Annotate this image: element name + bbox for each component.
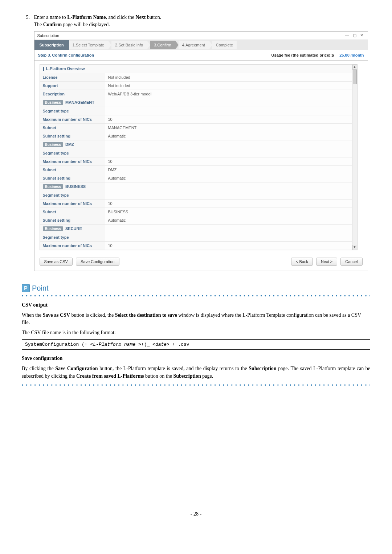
point-icon: P — [22, 284, 30, 292]
vertical-scrollbar[interactable]: ▲ ▼ — [352, 65, 357, 250]
csv-output-heading: CSV output — [22, 302, 370, 308]
segment-header-dmz: BusinessDMZ — [40, 140, 357, 149]
save-configuration-para: By clicking the Save Configuration butto… — [22, 365, 370, 380]
window-titlebar: Subscription — ▢ ✕ — [34, 32, 368, 40]
table-row: Maximum number of NICs10 — [40, 200, 357, 208]
table-row: Maximum number of NICs10 — [40, 157, 357, 166]
table-row: Segment type — [40, 107, 357, 115]
scroll-down-icon[interactable]: ▼ — [352, 245, 357, 250]
table-row: SubnetDMZ — [40, 166, 357, 174]
config-scroll-area: ▲ ▼ L-Platform Overview LicenseNot inclu… — [40, 64, 358, 250]
chevron-right-icon — [209, 40, 212, 50]
business-badge: Business — [43, 142, 63, 147]
window-close-icon[interactable]: ✕ — [359, 33, 365, 38]
save-as-csv-button[interactable]: Save as CSV — [40, 258, 73, 266]
back-button[interactable]: < Back — [291, 258, 313, 266]
step-title: Step 3. Confirm configuration — [38, 53, 94, 57]
scroll-up-icon[interactable]: ▲ — [352, 65, 357, 70]
crumb-2-set-basic-info[interactable]: 2.Set Basic Info — [111, 41, 147, 49]
chevron-right-icon — [147, 40, 150, 50]
chevron-right-icon — [175, 40, 179, 50]
crumb-3-confirm[interactable]: 3.Confirm — [150, 41, 175, 49]
step-line-2: The Confirm page will be displayed. — [34, 22, 361, 28]
table-row: SubnetBUSINESS — [40, 208, 357, 216]
save-configuration-button[interactable]: Save Configuration — [76, 258, 119, 266]
overview-section-header: L-Platform Overview — [40, 65, 357, 73]
window-maximize-icon[interactable]: ▢ — [352, 33, 358, 38]
step-number: 5. — [22, 15, 33, 20]
table-row: Segment type — [40, 191, 357, 200]
crumb-1-select-template[interactable]: 1.Select Template — [69, 41, 108, 49]
divider-dots-top: • • • • • • • • • • • • • • • • • • • • … — [22, 294, 370, 299]
window-minimize-icon[interactable]: — — [344, 33, 350, 38]
step-item: 5. Enter a name to L-Platform Name, and … — [22, 15, 370, 271]
business-badge: Business — [43, 184, 63, 189]
point-callout: P Point • • • • • • • • • • • • • • • • … — [22, 284, 370, 388]
csv-filename-format-code: SystemConfiguration (+ <L-Platform name … — [22, 339, 370, 350]
chevron-right-icon — [108, 40, 111, 50]
crumb-complete[interactable]: Complete — [212, 41, 237, 49]
csv-output-para-1: When the Save as CSV button is clicked, … — [22, 312, 370, 327]
table-row: Subnet settingAutomatic — [40, 132, 357, 140]
row-license: LicenseNot included — [40, 73, 357, 82]
app-window: Subscription — ▢ ✕ Subscription 1.Select… — [34, 31, 368, 271]
crumb-4-agreement[interactable]: 4.Agreement — [179, 41, 209, 49]
table-row: Subnet settingAutomatic — [40, 174, 357, 182]
next-button[interactable]: Next > — [316, 258, 337, 266]
page-number: - 28 - — [22, 511, 370, 517]
tab-subscription[interactable]: Subscription — [34, 40, 69, 50]
footer-bar: Save as CSV Save Configuration < Back Ne… — [34, 252, 368, 271]
scroll-thumb[interactable] — [353, 70, 357, 84]
table-row: Maximum number of NICs10 — [40, 242, 357, 250]
section-bar-icon — [43, 67, 44, 71]
csv-output-para-2: The CSV file name is in the following fo… — [22, 329, 370, 336]
segment-header-business: BusinessBUSINESS — [40, 182, 357, 191]
table-row: Segment type — [40, 149, 357, 157]
window-title: Subscription — [37, 33, 60, 38]
wizard-tabs: Subscription 1.Select Template 2.Set Bas… — [34, 40, 368, 50]
row-description: DescriptionWeb/AP/DB 3-tier model — [40, 90, 357, 98]
usage-fee: Usage fee (the estimated price):$ 25.00 … — [271, 53, 364, 57]
segment-header-secure: BusinessSECURE — [40, 225, 357, 233]
divider-dots-bottom: • • • • • • • • • • • • • • • • • • • • … — [22, 383, 370, 388]
save-configuration-heading: Save configuration — [22, 356, 370, 361]
segment-header-management: BusinessMANAGEMENT — [40, 98, 357, 107]
table-row: Maximum number of NICs10 — [40, 115, 357, 124]
step-line-1: Enter a name to L-Platform Name, and cli… — [34, 15, 361, 20]
cancel-button[interactable]: Cancel — [340, 258, 362, 266]
business-badge: Business — [43, 226, 63, 231]
table-row: SubnetMANAGEMENT — [40, 124, 357, 132]
business-badge: Business — [43, 100, 63, 105]
row-support: SupportNot included — [40, 82, 357, 90]
table-row: Segment type — [40, 233, 357, 242]
step-header-bar: Step 3. Confirm configuration Usage fee … — [34, 50, 368, 61]
point-title: Point — [32, 284, 49, 292]
table-row: Subnet settingAutomatic — [40, 216, 357, 225]
